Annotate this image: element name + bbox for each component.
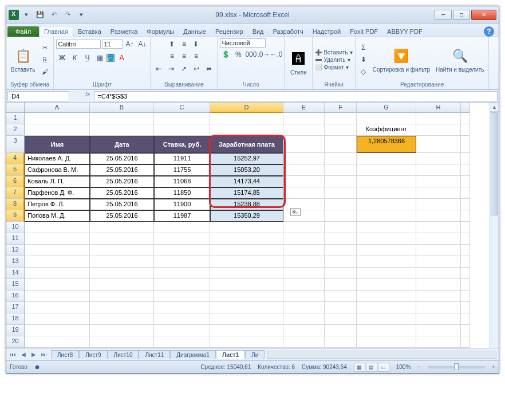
format-cells-button[interactable]: ⬜ Формат ▾ [315,64,352,70]
cell[interactable] [416,176,461,187]
cell[interactable] [461,153,470,164]
cell[interactable] [357,164,416,176]
cell[interactable] [416,187,461,199]
cell[interactable] [283,291,325,302]
tab-nav-last[interactable]: ⏭ [40,350,49,359]
column-header[interactable]: B [90,103,154,113]
tab-abbyy[interactable]: ABBYY PDF [382,26,427,37]
decrease-decimal-icon[interactable]: ←.0 [270,49,282,60]
cell[interactable] [461,325,470,336]
row-header[interactable]: 16 [6,291,25,302]
cell-date[interactable]: 25.05.2016 [90,164,154,176]
cell[interactable] [461,268,470,279]
cell-name[interactable]: Сафронова В. М. [25,164,90,176]
font-name-combo[interactable] [56,40,101,49]
scroll-up-icon[interactable]: ▲ [490,103,499,112]
cell[interactable] [283,279,325,291]
cell[interactable] [416,113,461,124]
cell[interactable] [25,291,90,302]
cell[interactable] [357,302,416,313]
cell[interactable] [210,291,283,302]
border-button[interactable]: ▦ [94,52,105,64]
tab-formulas[interactable]: Формулы [142,26,179,37]
view-layout-icon[interactable]: ▤ [366,363,377,372]
cell[interactable] [325,164,357,176]
row-header[interactable]: 15 [6,279,25,291]
cell[interactable] [357,268,416,279]
column-header[interactable]: A [25,103,90,113]
name-box[interactable] [7,91,69,101]
currency-icon[interactable]: 💲 [220,49,231,60]
cell[interactable] [357,176,416,187]
cell[interactable] [325,187,357,199]
cell[interactable] [283,256,325,268]
cell[interactable] [283,268,325,279]
cell[interactable] [25,268,90,279]
cell[interactable] [325,325,357,336]
cell[interactable] [325,256,357,268]
cut-button[interactable]: ✂ [38,42,51,53]
sheet-tab[interactable]: Лист8 [51,350,79,359]
cell[interactable] [283,187,325,199]
cell[interactable] [154,336,210,348]
increase-decimal-icon[interactable]: .0→ [258,49,269,60]
maximize-button[interactable]: □ [453,10,470,20]
cell[interactable] [25,113,90,124]
cell[interactable] [416,164,461,176]
cell[interactable] [325,222,357,233]
column-header[interactable]: G [357,103,416,113]
cell[interactable] [461,136,470,153]
sheet-tab[interactable]: Лист10 [108,350,139,359]
cell[interactable] [154,279,210,291]
autofill-options-icon[interactable]: ⎘▾ [290,208,301,216]
cell[interactable] [325,302,357,313]
cell-date[interactable]: 25.05.2016 [90,187,154,199]
help-icon[interactable]: ? [484,26,494,37]
cell-salary[interactable]: 15350,29 [210,210,283,222]
cell[interactable] [210,113,283,124]
cell[interactable] [210,222,283,233]
cell[interactable] [416,124,461,136]
cell-date[interactable]: 25.05.2016 [90,199,154,210]
underline-button[interactable]: Ч [81,52,93,64]
fill-icon[interactable]: ⬇ [358,54,369,65]
cell[interactable] [90,113,154,124]
cell[interactable] [416,153,461,164]
cell[interactable] [357,291,416,302]
cell[interactable] [325,210,357,222]
cell[interactable] [325,233,357,245]
row-header[interactable]: 6 [6,176,25,187]
cell[interactable] [325,136,357,153]
cell[interactable] [461,113,470,124]
tab-foxit[interactable]: Foxit PDF [345,26,382,37]
cell-salary[interactable]: 15252,97 [210,153,283,164]
coefficient-value[interactable]: 1,280578366 [357,136,416,153]
cell[interactable] [357,210,416,222]
cell-name[interactable]: Попова М. Д. [25,210,90,222]
cell[interactable] [25,245,90,256]
cell[interactable] [210,256,283,268]
coefficient-label[interactable]: Коэффициент [357,124,416,136]
sheet-tab[interactable]: Лист11 [139,350,170,359]
row-header[interactable]: 14 [6,268,25,279]
cell[interactable] [283,164,325,176]
row-header[interactable]: 19 [6,325,25,336]
cell[interactable] [416,302,461,313]
row-header[interactable]: 20 [6,336,25,348]
copy-button[interactable]: ⎘ [38,54,51,65]
delete-cells-button[interactable]: ➖ Удалить ▾ [315,57,352,63]
cell[interactable] [461,199,470,210]
cell[interactable] [416,210,461,222]
table-header[interactable]: Ставка, руб. [154,136,210,153]
cell[interactable] [357,256,416,268]
row-header[interactable]: 17 [6,302,25,313]
cell[interactable] [357,153,416,164]
cell[interactable] [210,313,283,325]
cell[interactable] [154,124,210,136]
sort-filter-button[interactable]: 🔽 Сортировка и фильтр [370,46,432,74]
row-header[interactable]: 8 [6,199,25,210]
cell[interactable] [154,313,210,325]
column-header[interactable]: C [154,103,210,113]
redo-button[interactable]: ↷ [61,9,74,21]
cell[interactable] [283,302,325,313]
